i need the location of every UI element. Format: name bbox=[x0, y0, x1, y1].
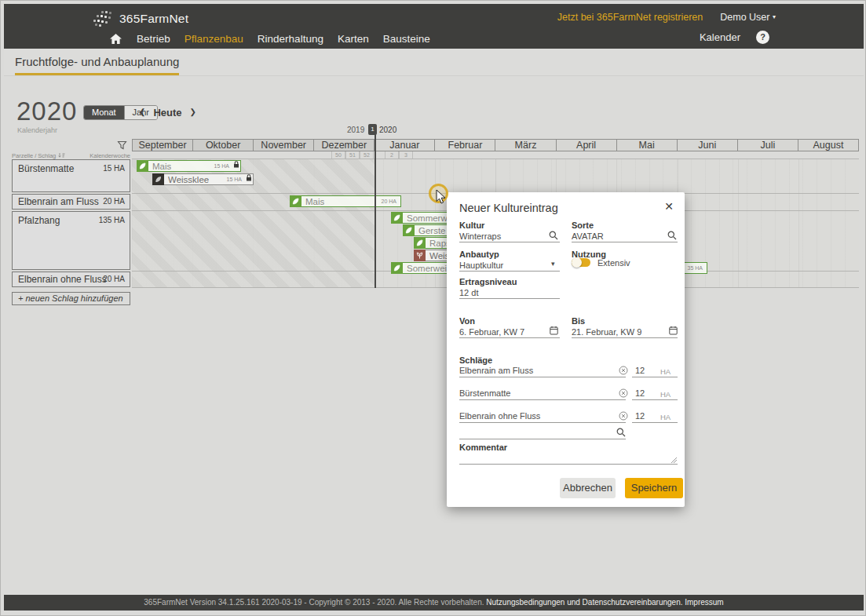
nav-item-betrieb[interactable]: Betrieb bbox=[137, 33, 170, 45]
footer-links[interactable]: Nutzungsbedingungen und Datenschutzverei… bbox=[486, 598, 723, 607]
schlag-row-size[interactable]: 12 bbox=[635, 388, 645, 398]
kalender-link[interactable]: Kalender bbox=[700, 31, 740, 43]
home-icon[interactable] bbox=[109, 33, 122, 45]
input-underline bbox=[459, 422, 626, 423]
month-cell: Dezember bbox=[314, 139, 375, 151]
user-menu[interactable]: Demo User ▾ bbox=[720, 12, 776, 23]
logo-text: 365FarmNet bbox=[119, 12, 188, 26]
add-field-button[interactable]: + neuen Schlag hinzufügen bbox=[12, 292, 130, 305]
search-icon[interactable] bbox=[549, 231, 558, 240]
week-cell: 50 bbox=[331, 151, 345, 159]
main-nav: Betrieb Pflanzenbau Rinderhaltung Karten… bbox=[109, 30, 430, 47]
lock-icon bbox=[246, 170, 252, 184]
month-cell: März bbox=[495, 139, 556, 151]
input-underline bbox=[572, 337, 678, 338]
kommentar-label: Kommentar bbox=[459, 443, 507, 452]
calendar-icon[interactable] bbox=[550, 326, 558, 335]
sorte-input[interactable]: AVATAR bbox=[572, 231, 604, 241]
month-cell: Januar bbox=[375, 139, 435, 151]
save-button[interactable]: Speichern bbox=[625, 478, 683, 498]
kultur-input[interactable]: Winterraps bbox=[459, 231, 501, 241]
input-underline bbox=[459, 337, 560, 338]
month-cell: Juli bbox=[738, 139, 798, 151]
year-display: 2020 bbox=[16, 97, 77, 126]
month-cell: Juni bbox=[678, 139, 738, 151]
gantt-bar-weissklee-1[interactable]: Weissklee 15 HA bbox=[152, 173, 254, 185]
von-input[interactable]: 6. Februar, KW 7 bbox=[459, 327, 524, 337]
remove-icon[interactable] bbox=[619, 388, 628, 398]
cancel-button[interactable]: Abbrechen bbox=[560, 478, 616, 498]
gantt-bar-mais-1[interactable]: Mais 15 HA bbox=[137, 160, 241, 172]
field-elbenrain-ohne-fluss[interactable]: Elbenrain ohne Fluss 20 HA bbox=[12, 272, 130, 287]
col-header-parzelle: Parzelle / Schlag bbox=[12, 152, 56, 159]
field-buerstenmatte[interactable]: Bürstenmatte 15 HA bbox=[12, 159, 130, 192]
schlag-row-unit: HA bbox=[660, 413, 671, 421]
gantt-bar-mais-2[interactable]: Mais 20 HA bbox=[290, 195, 401, 207]
field-elbenrain-am-fluss[interactable]: Elbenrain am Fluss 20 HA bbox=[12, 194, 130, 210]
field-pfalzhang[interactable]: Pfalzhang 135 HA bbox=[12, 211, 130, 270]
schlag-search-input[interactable] bbox=[459, 439, 626, 439]
schlag-row-name: Elbenrain ohne Fluss bbox=[459, 411, 540, 421]
schlag-row-unit: HA bbox=[660, 367, 671, 376]
year-label-2019: 2019 bbox=[347, 126, 364, 134]
month-cell: November bbox=[254, 139, 314, 151]
input-underline bbox=[632, 377, 678, 377]
week-1-marker: 1 bbox=[368, 124, 377, 135]
month-cell: Februar bbox=[435, 139, 495, 151]
nav-item-bausteine[interactable]: Bausteine bbox=[383, 33, 430, 45]
calendar-icon[interactable] bbox=[669, 326, 678, 335]
schlag-row-name: Bürstenmatte bbox=[459, 388, 510, 398]
remove-icon[interactable] bbox=[619, 411, 628, 421]
input-underline bbox=[459, 298, 560, 299]
remove-icon[interactable] bbox=[619, 366, 628, 375]
nav-item-karten[interactable]: Karten bbox=[338, 33, 369, 45]
farmnet-logo[interactable]: 365FarmNet bbox=[92, 10, 188, 27]
week-number-row: 50 51 52 2 3 bbox=[132, 151, 859, 159]
footer-version-text: 365FarmNet Version 34.1.25.161 2020-03-1… bbox=[144, 598, 484, 607]
schlag-row-size[interactable]: 12 bbox=[635, 366, 645, 375]
nav-item-rinderhaltung[interactable]: Rinderhaltung bbox=[258, 33, 323, 45]
schlag-row-name: Elbenrain am Fluss bbox=[459, 366, 533, 375]
anbautyp-label: Anbautyp bbox=[459, 250, 499, 259]
neuer-kultureintrag-dialog: Neuer Kultureintrag ✕ Kultur Winterraps … bbox=[447, 192, 685, 507]
prev-icon[interactable]: ❮ bbox=[139, 106, 145, 118]
farmnet-logo-icon bbox=[92, 10, 115, 27]
header-right-bottom: Kalender ? bbox=[700, 31, 769, 44]
sort-icon[interactable] bbox=[58, 152, 65, 159]
register-link[interactable]: Jetzt bei 365FarmNet registrieren bbox=[557, 12, 703, 23]
sorte-label: Sorte bbox=[572, 221, 594, 230]
input-underline bbox=[459, 242, 560, 242]
filter-icon[interactable] bbox=[117, 140, 127, 151]
close-icon[interactable]: ✕ bbox=[664, 200, 674, 213]
input-underline bbox=[459, 271, 560, 272]
nav-item-pflanzenbau[interactable]: Pflanzenbau bbox=[185, 33, 243, 45]
input-underline bbox=[632, 422, 678, 423]
week-cell: 3 bbox=[399, 151, 413, 159]
year-boundary-line bbox=[375, 134, 376, 288]
leaf-icon bbox=[403, 224, 415, 236]
schlag-row-size[interactable]: 12 bbox=[635, 411, 645, 421]
extensiv-toggle[interactable] bbox=[572, 258, 590, 267]
monat-button[interactable]: Monat bbox=[84, 106, 124, 119]
help-icon[interactable]: ? bbox=[756, 31, 769, 44]
resize-handle-icon[interactable] bbox=[671, 457, 677, 463]
bis-input[interactable]: 21. Februar, KW 9 bbox=[572, 327, 641, 337]
header-right-top: Jetzt bei 365FarmNet registrieren Demo U… bbox=[557, 12, 776, 23]
lock-icon bbox=[233, 157, 239, 171]
chevron-down-icon[interactable]: ▾ bbox=[551, 260, 555, 268]
anbautyp-select[interactable]: Hauptkultur bbox=[459, 261, 503, 270]
input-underline bbox=[572, 242, 678, 242]
search-icon[interactable] bbox=[667, 231, 677, 240]
next-icon[interactable]: ❯ bbox=[190, 106, 196, 118]
kommentar-textarea[interactable] bbox=[459, 464, 678, 465]
input-underline bbox=[632, 399, 678, 400]
heute-button[interactable]: Heute bbox=[153, 107, 181, 118]
search-icon[interactable] bbox=[616, 428, 626, 437]
week-cell: 51 bbox=[345, 151, 360, 159]
month-cell: April bbox=[557, 139, 617, 151]
column-header: Parzelle / Schlag Kalenderwoche bbox=[12, 151, 130, 159]
ertragsniveau-input[interactable]: 12 dt bbox=[459, 288, 478, 297]
tab-fruchtfolge[interactable]: Fruchtfolge- und Anbauplanung bbox=[15, 55, 179, 75]
input-underline bbox=[459, 399, 626, 400]
user-caret-icon: ▾ bbox=[773, 13, 776, 20]
